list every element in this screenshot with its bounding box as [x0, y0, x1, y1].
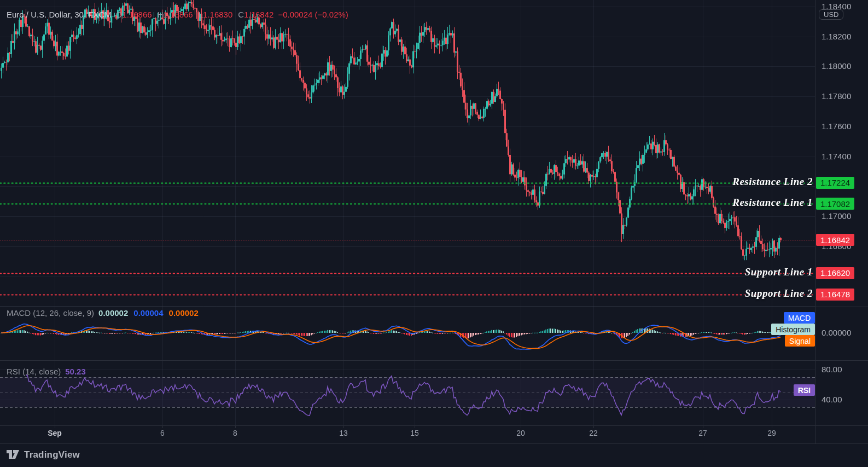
macd-legend: MACD (12, 26, close, 9) 0.000020.000040.… [7, 308, 199, 318]
macd-value-signal: 0.00002 [169, 308, 199, 318]
price-tick-label: 1.17600 [822, 122, 851, 131]
time-tick-label-20: 20 [516, 429, 525, 437]
time-tick-label-8: 8 [233, 429, 237, 437]
level-price-badge-resistance-2: 1.17224 [816, 177, 854, 189]
rsi-pane-badge: RSI [794, 384, 815, 396]
level-label-resistance-1[interactable]: Resistance Line 1 [732, 197, 813, 209]
change-readout: −0.00024 (−0.02%) [278, 10, 348, 19]
rsi-axis-label: 80.00 [822, 365, 842, 374]
tradingview-logo-text: TradingView [24, 449, 80, 460]
current-price-badge: 1.16842 [816, 234, 854, 246]
time-axis[interactable] [0, 425, 815, 443]
macd-values: 0.000020.000040.00002 [98, 308, 199, 318]
time-tick-label-22: 22 [589, 429, 598, 437]
macd-pane-badge-histogram: Histogram [771, 324, 815, 335]
ohlc-item: O1.16866 [116, 10, 152, 19]
price-tick-label: 1.17000 [822, 211, 851, 221]
time-tick-label-29: 29 [767, 429, 776, 437]
macd-pane-badge-signal: Signal [785, 335, 815, 347]
price-axis[interactable]: 1.184001.182001.180001.178001.176001.174… [815, 0, 868, 425]
ohlc-item: H1.16866 [158, 10, 193, 19]
main-legend: Euro / U.S. Dollar, 30, FXCM O1.16866H1.… [7, 10, 348, 19]
price-tick-label: 1.18000 [822, 61, 851, 71]
macd-axis-label: 0.00000 [822, 328, 851, 337]
level-price-badge-support-2: 1.16478 [816, 289, 854, 301]
time-tick-label-15: 15 [410, 429, 419, 437]
chart-canvas[interactable] [0, 0, 868, 467]
time-tick-label-sep: Sep [48, 429, 62, 437]
ohlc-item: L1.16830 [199, 10, 233, 19]
level-label-resistance-2[interactable]: Resistance Line 2 [732, 176, 813, 188]
level-price-badge-support-1: 1.16620 [816, 267, 854, 279]
rsi-indicator-title[interactable]: RSI (14, close) [7, 367, 61, 376]
currency-toggle-button[interactable]: USD [819, 9, 843, 20]
level-label-support-1[interactable]: Support Line 1 [745, 266, 813, 278]
time-tick-label-13: 13 [339, 429, 348, 437]
level-price-badge-resistance-1: 1.17082 [816, 198, 854, 210]
symbol-title[interactable]: Euro / U.S. Dollar, 30, FXCM [7, 10, 112, 19]
macd-value-histogram: 0.00002 [98, 308, 128, 318]
ohlc-item: C1.16842 [238, 10, 273, 19]
ohlc-readout: O1.16866H1.16866L1.16830C1.16842 [116, 10, 274, 19]
macd-value-macd: 0.00004 [133, 308, 163, 318]
tradingview-logo[interactable]: TradingView [7, 449, 80, 460]
tradingview-chart-window: Euro / U.S. Dollar, 30, FXCM O1.16866H1.… [0, 0, 868, 467]
rsi-legend: RSI (14, close) 50.23 [7, 367, 86, 376]
price-tick-label: 1.18200 [822, 32, 851, 41]
macd-pane-badge-macd: MACD [784, 312, 815, 324]
time-tick-label-27: 27 [698, 429, 707, 437]
tradingview-logo-icon [7, 449, 20, 460]
level-label-support-2[interactable]: Support Line 2 [745, 287, 813, 299]
time-tick-label-6: 6 [160, 429, 165, 437]
macd-indicator-title[interactable]: MACD (12, 26, close, 9) [7, 308, 94, 318]
price-tick-label: 1.17400 [822, 152, 851, 161]
rsi-axis-label: 40.00 [822, 395, 842, 404]
rsi-value: 50.23 [65, 367, 86, 376]
price-tick-label: 1.17800 [822, 91, 851, 101]
